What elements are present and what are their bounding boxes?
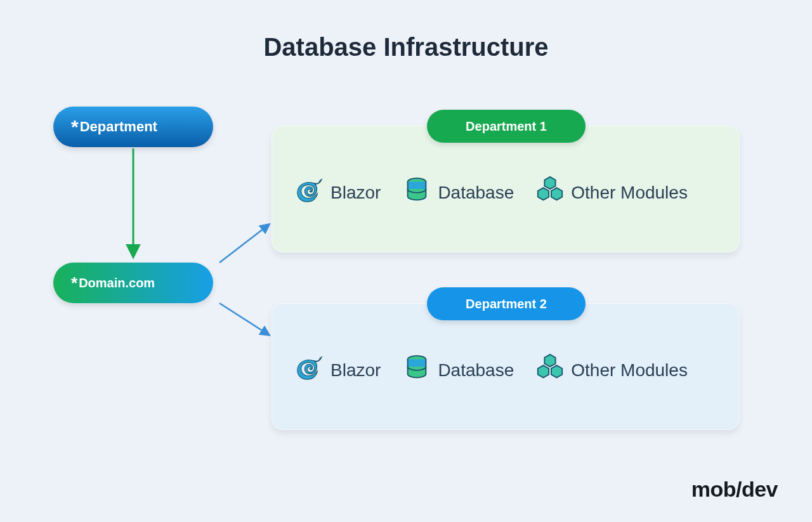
diagram-title: Database Infrastructure <box>0 33 812 62</box>
arrow-domain-to-dept2 <box>217 301 274 340</box>
node-department-label: Department <box>80 119 157 135</box>
blazor-icon <box>295 353 324 387</box>
svg-marker-4 <box>545 177 556 189</box>
blazor-icon <box>295 176 324 209</box>
svg-line-1 <box>219 225 269 263</box>
module-database-label: Database <box>438 183 514 203</box>
svg-line-2 <box>219 303 269 335</box>
brand-slash: / <box>736 477 742 501</box>
module-blazor-label: Blazor <box>331 183 381 203</box>
brand-logo: mob/dev <box>691 477 778 502</box>
card-header-dept2: Department 2 <box>427 287 586 320</box>
module-blazor: Blazor <box>295 176 381 209</box>
brand-part2: dev <box>742 477 778 501</box>
module-other: Other Modules <box>535 353 688 387</box>
module-database: Database <box>402 176 514 209</box>
arrow-domain-to-dept1 <box>217 221 274 265</box>
svg-marker-10 <box>551 365 562 377</box>
module-blazor-label: Blazor <box>331 360 381 381</box>
node-domain: *Domain.com <box>53 263 213 303</box>
module-other: Other Modules <box>535 176 688 209</box>
brand-part1: mob <box>691 477 736 501</box>
svg-marker-6 <box>551 188 562 200</box>
asterisk: * <box>71 273 77 293</box>
card2-modules: Blazor Database <box>295 353 726 387</box>
node-department: *Department <box>53 107 213 147</box>
asterisk: * <box>71 116 79 138</box>
card-department-1: Department 1 Blazor Database <box>272 126 740 252</box>
node-domain-label: Domain.com <box>79 276 155 290</box>
svg-marker-5 <box>538 188 549 200</box>
card-header-dept1: Department 1 <box>427 110 586 143</box>
database-icon <box>402 176 431 209</box>
database-icon <box>402 353 431 387</box>
module-database-label: Database <box>438 360 514 381</box>
card-department-2: Department 2 Blazor Database <box>272 303 740 430</box>
svg-marker-8 <box>545 355 556 367</box>
module-database: Database <box>402 353 514 387</box>
arrow-dept-to-domain <box>124 148 143 263</box>
module-other-label: Other Modules <box>571 183 688 203</box>
svg-marker-9 <box>538 365 549 377</box>
modules-icon <box>535 353 565 387</box>
module-other-label: Other Modules <box>571 360 688 381</box>
card1-modules: Blazor Database <box>295 176 726 209</box>
module-blazor: Blazor <box>295 353 381 387</box>
modules-icon <box>535 176 565 209</box>
